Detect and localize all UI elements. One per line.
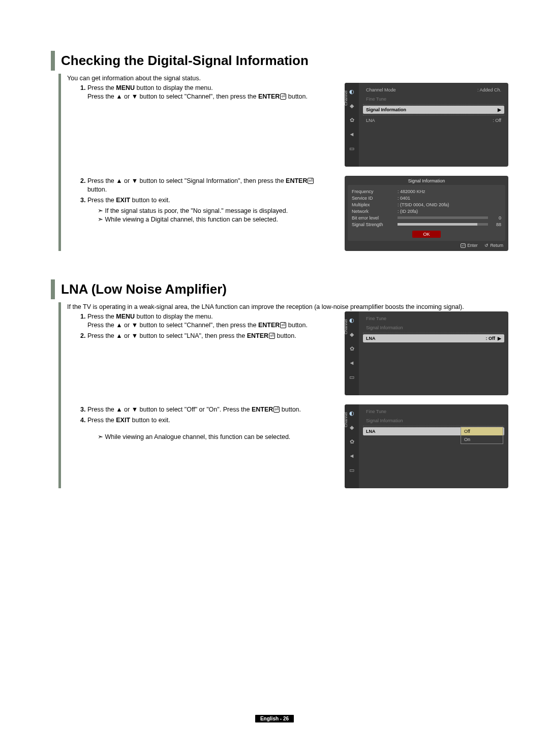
menu-divider [363, 115, 504, 115]
section1-step3: Press the EXIT button to exit. [87, 196, 334, 205]
section-accent-bar [51, 51, 55, 71]
intro-accent-bar [58, 302, 61, 488]
menu-row-signal-info[interactable]: Signal Information ▶ [363, 106, 504, 114]
menu-divider [363, 104, 504, 105]
info-row-bit-error: Bit error level 0 [352, 214, 501, 221]
info-row-network: Network : (ID 20fa) [352, 208, 501, 214]
osd-signal-information: Signal Information Frequency : 482000 KH… [345, 176, 508, 251]
chevron-right-icon: ▶ [498, 107, 501, 112]
picture-icon: ◆ [348, 102, 355, 109]
gear-icon: ✿ [348, 345, 355, 352]
globe-icon: ◐ [348, 410, 355, 417]
section-title-lna: LNA (Low Noise Amplifier) [61, 279, 227, 299]
intro-accent-bar [58, 74, 61, 251]
info-row-frequency: Frequency : 482000 KHz [352, 188, 501, 195]
menu-row-signal-info: Signal Information [363, 324, 504, 332]
section-accent-bar [51, 279, 55, 299]
enter-icon [280, 322, 286, 329]
section2-intro: If the TV is operating in a weak-signal … [67, 302, 508, 311]
osd-info-title: Signal Information [345, 176, 508, 185]
info-row-signal-strength: Signal Strength 88 [352, 221, 501, 228]
footer-return: Return [484, 243, 503, 248]
menu-row-lna[interactable]: LNA : Off ▶ [363, 334, 504, 342]
menu-row-fine-tune: Fine Tune [363, 407, 504, 416]
osd-channel-menu-1: Channel ◐ ◆ ✿ ◄ ▭ Channel Mode : Added C… [345, 83, 508, 167]
app-icon: ▭ [348, 466, 355, 474]
osd-channel-menu-3: Channel ◐ ◆ ✿ ◄ ▭ Fine Tune Signal Infor… [345, 404, 508, 488]
section2-step3: Press the ▲ or ▼ button to select "Off" … [87, 405, 334, 414]
enter-icon [273, 406, 280, 413]
section-title-signal-info: Checking the Digital-Signal Information [61, 51, 309, 71]
ok-button[interactable]: OK [412, 231, 441, 238]
globe-icon: ◐ [348, 88, 355, 95]
section1-note1: If the signal status is poor, the "No si… [98, 207, 334, 215]
input-icon: ◄ [348, 131, 355, 138]
picture-icon: ◆ [348, 331, 355, 338]
section1-intro: You can get information about the signal… [67, 74, 508, 83]
enter-icon [280, 93, 286, 100]
signal-strength-bar [398, 223, 477, 226]
page-footer: English - 26 [0, 713, 549, 722]
menu-row-lna: LNA : Off [363, 116, 504, 124]
page-number: English - 26 [255, 715, 294, 722]
option-on[interactable]: On [461, 435, 503, 444]
menu-row-fine-tune: Fine Tune [363, 95, 504, 103]
app-icon: ▭ [348, 145, 355, 152]
gear-icon: ✿ [348, 438, 355, 445]
section1-step1: Press the MENU button to display the men… [87, 84, 334, 101]
section1-note2: While viewing a Digital channel, this fu… [98, 215, 334, 224]
gear-icon: ✿ [348, 116, 355, 123]
globe-icon: ◐ [348, 317, 355, 324]
osd-sidebar-label: Channel [344, 412, 348, 427]
enter-icon [307, 177, 314, 184]
footer-enter: Enter [461, 243, 477, 248]
enter-icon [268, 332, 275, 339]
section1-step2: Press the ▲ or ▼ button to select "Signa… [87, 177, 334, 194]
section2-step1: Press the MENU button to display the men… [87, 312, 334, 330]
menu-row-signal-info: Signal Information [363, 417, 504, 425]
menu-row-fine-tune: Fine Tune [363, 314, 504, 323]
lna-options-popup: Off On [461, 427, 503, 444]
section2-step4: Press the EXIT button to exit. [87, 416, 334, 425]
info-row-multiplex: Multiplex : (TSID 0004, ONID 20fa) [352, 201, 501, 208]
input-icon: ◄ [348, 452, 355, 459]
input-icon: ◄ [348, 359, 355, 366]
osd-channel-menu-2: Channel ◐ ◆ ✿ ◄ ▭ Fine Tune Signal Infor… [345, 311, 508, 395]
osd-sidebar-label: Channel [344, 319, 348, 334]
menu-row-channel-mode: Channel Mode : Added Ch. [363, 86, 504, 94]
menu-divider [363, 426, 504, 426]
info-row-service-id: Service ID : 0401 [352, 195, 501, 201]
section2-step2: Press the ▲ or ▼ button to select "LNA",… [87, 332, 334, 340]
option-off[interactable]: Off [461, 427, 503, 435]
section2-note1: While viewing an Analogue channel, this … [98, 433, 334, 442]
chevron-right-icon: ▶ [498, 336, 501, 341]
osd-sidebar-label: Channel [344, 90, 348, 106]
picture-icon: ◆ [348, 424, 355, 431]
menu-divider [363, 333, 504, 333]
app-icon: ▭ [348, 373, 355, 381]
